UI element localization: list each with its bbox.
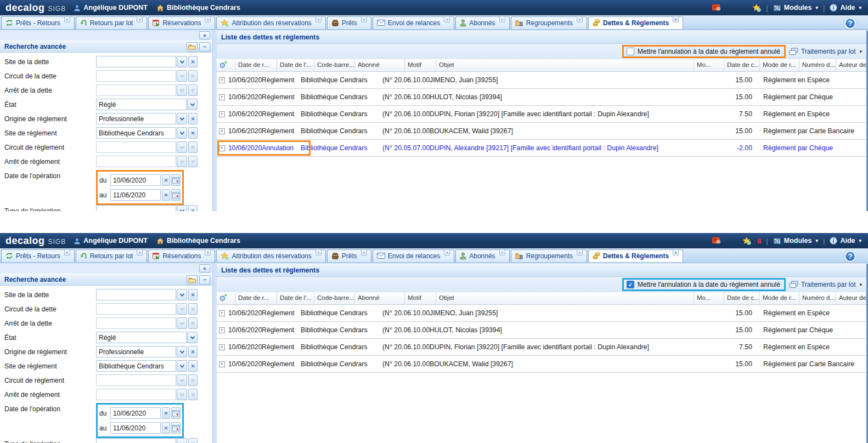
dropdown-arrow-icon[interactable] [177,374,187,386]
site-de-reglement-input[interactable] [96,127,176,139]
dropdown-arrow-icon[interactable] [177,56,187,67]
type-de-l-operation-input[interactable] [96,205,176,211]
clear-icon[interactable]: ✕ [188,389,198,400]
debt-row[interactable]: +10/06/2020AnnulationBibliothèque Cendra… [217,140,866,157]
dropdown-arrow-icon[interactable] [177,317,187,329]
column-header[interactable]: Date de r... [235,292,277,304]
clear-icon[interactable]: ✕ [188,156,198,167]
dropdown-arrow-icon[interactable] [177,360,187,372]
tab-close-icon[interactable]: × [205,249,211,255]
dropdown-arrow-icon[interactable] [177,84,187,96]
help-menu[interactable]: Aide ▾ [830,4,861,12]
tab-patrons[interactable]: Abonnés× [455,249,509,262]
expand-icon[interactable]: + [219,111,225,117]
column-header[interactable]: Code-barre... [314,59,355,71]
column-header[interactable]: Date de l'... [277,59,314,71]
clear-icon[interactable]: ✕ [188,113,198,124]
tab-close-icon[interactable]: × [444,249,450,255]
column-header[interactable]: Motif [405,59,436,71]
dropdown-arrow-icon[interactable] [177,205,187,211]
arret-de-reglement-input[interactable] [96,156,176,167]
tab-close-icon[interactable]: × [64,249,70,255]
type-de-l-operation-input[interactable] [96,438,176,443]
tab-close-icon[interactable]: × [315,249,322,255]
dropdown-arrow-icon[interactable] [177,346,187,357]
dropdown-arrow-icon[interactable] [187,99,198,110]
date-from-input[interactable] [110,174,161,186]
arret-de-la-dette-input[interactable] [96,84,176,96]
tab-reservation-assignment[interactable]: Attribution des réservations× [216,249,325,262]
collapse-panel-button[interactable]: « [199,31,210,39]
column-header[interactable]: Mode de r... [760,59,799,71]
expand-icon[interactable]: + [219,77,225,83]
clear-icon[interactable]: ✕ [188,317,198,329]
tab-groups[interactable]: Regroupements× [511,16,587,29]
column-header[interactable]: Date de r... [235,59,277,71]
current-user[interactable]: Angélique DUPONT [74,237,148,245]
debt-row[interactable]: +10/06/2020RèglementBibliothèque Cendrar… [217,305,866,322]
clear-icon[interactable]: ✕ [188,70,198,82]
columns-config-cell[interactable]: ⚙ + [217,59,235,71]
site-de-la-dette-input[interactable] [96,289,176,300]
clear-icon[interactable]: ✕ [188,84,198,96]
column-header[interactable]: Mode de r... [760,292,799,304]
expand-icon[interactable]: + [219,361,225,367]
current-user[interactable]: Angélique DUPONT [74,4,148,12]
expand-icon[interactable]: + [219,94,225,100]
collapse-panel-button[interactable]: « [199,264,210,272]
tab-debts-payments[interactable]: Dettes & Règlements× [588,16,683,29]
batch-processing-button[interactable]: Traitements par lot ▾ [789,281,862,288]
origine-de-reglement-input[interactable] [96,346,176,357]
annulation-date-checkbox[interactable]: ✓ [627,48,634,55]
tab-reminders[interactable]: Envoi de relances× [373,249,454,262]
clear-icon[interactable]: ✕ [162,422,170,434]
circuit-de-la-dette-input[interactable] [96,303,176,315]
dropdown-arrow-icon[interactable] [177,70,187,82]
tab-loans-returns[interactable]: Prêts - Retours× [1,249,75,262]
tab-close-icon[interactable]: × [137,16,143,22]
arret-de-reglement-input[interactable] [96,389,176,400]
clear-icon[interactable]: ✕ [162,174,170,186]
columns-config-cell[interactable]: ⚙ + [217,292,235,304]
tab-loans[interactable]: Prêts× [327,16,371,29]
clear-icon[interactable]: ✕ [188,141,198,153]
dropdown-arrow-icon[interactable] [177,289,187,300]
tab-reminders[interactable]: Envoi de relances× [373,16,454,29]
alert-icon[interactable] [712,236,721,245]
favorites-icon[interactable] [742,237,751,245]
clear-icon[interactable]: ✕ [188,374,198,386]
dropdown-arrow-icon[interactable] [177,113,187,124]
debt-row[interactable]: +10/06/2020RèglementBibliothèque Cendrar… [217,106,866,123]
expand-icon[interactable]: + [219,145,225,151]
tab-reservations[interactable]: Réservations× [148,16,215,29]
tab-close-icon[interactable]: × [315,16,322,22]
tab-batch-returns[interactable]: Retours par lot× [76,16,148,29]
debt-row[interactable]: +10/06/2020RèglementBibliothèque Cendrar… [217,123,866,140]
clear-icon[interactable]: ✕ [162,407,170,419]
column-header[interactable]: Auteur de [836,59,866,71]
clear-icon[interactable]: ✕ [188,205,198,211]
tab-debts-payments[interactable]: Dettes & Règlements× [588,249,683,262]
current-site[interactable]: Bibliothèque Cendrars [156,4,240,12]
modules-menu[interactable]: Modules ▾ [773,237,818,245]
debt-row[interactable]: +10/06/2020RèglementBibliothèque Cendrar… [217,356,866,373]
help-button[interactable]: ? [844,251,856,262]
folder-icon[interactable] [187,42,198,52]
dropdown-arrow-icon[interactable] [187,332,198,343]
column-header[interactable]: Auteur de [836,292,866,304]
clear-icon[interactable]: ✕ [188,438,198,443]
dropdown-arrow-icon[interactable] [177,141,187,153]
column-header[interactable]: Date de c... [724,59,760,71]
tab-close-icon[interactable]: × [673,249,679,255]
debt-row[interactable]: +10/06/2020RèglementBibliothèque Cendrar… [217,322,866,339]
dropdown-arrow-icon[interactable] [177,303,187,315]
batch-processing-button[interactable]: Traitements par lot ▾ [789,48,862,55]
arret-de-la-dette-input[interactable] [96,317,176,329]
calendar-icon[interactable] [171,422,181,434]
debt-row[interactable]: +10/06/2020RèglementBibliothèque Cendrar… [217,72,866,89]
column-header[interactable]: Numéro d... [799,292,836,304]
circuit-de-reglement-input[interactable] [96,374,176,386]
column-header[interactable]: Abonné [355,292,405,304]
expand-icon[interactable]: + [219,327,225,333]
calendar-icon[interactable] [171,189,181,201]
